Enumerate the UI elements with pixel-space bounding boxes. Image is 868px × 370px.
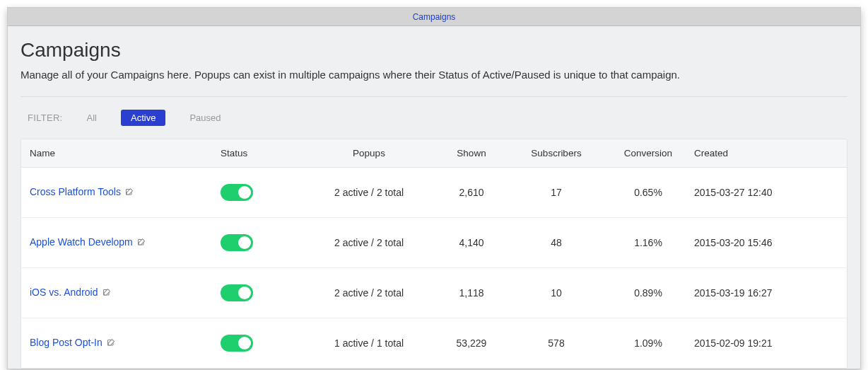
status-toggle[interactable] xyxy=(221,184,253,201)
table-body: Cross Platform Tools2 active / 2 total2,… xyxy=(21,168,847,368)
table-row: Blog Post Opt-In1 active / 1 total53,229… xyxy=(21,318,847,368)
tab-bar: Campaigns xyxy=(8,8,860,26)
col-conversion: Conversion xyxy=(602,148,694,158)
tab-campaigns[interactable]: Campaigns xyxy=(413,12,456,22)
cell-name: iOS vs. Android xyxy=(30,287,221,299)
cell-shown: 2,610 xyxy=(433,187,510,198)
cell-subscribers: 17 xyxy=(510,187,602,198)
cell-popups: 2 active / 2 total xyxy=(305,187,433,198)
cell-actions: - xyxy=(835,232,848,253)
cell-status xyxy=(221,284,305,301)
cell-shown: 4,140 xyxy=(433,237,510,248)
col-name: Name xyxy=(30,148,221,158)
table-header: Name Status Popups Shown Subscribers Con… xyxy=(21,139,847,168)
campaign-link[interactable]: Blog Post Opt-In xyxy=(30,337,102,348)
cell-actions: - xyxy=(835,282,848,303)
cell-actions: - xyxy=(835,182,848,203)
edit-icon[interactable] xyxy=(102,288,111,299)
table-row: Apple Watch Developm2 active / 2 total4,… xyxy=(21,218,847,268)
cell-status xyxy=(221,184,305,201)
cell-created: 2015-03-27 12:40 xyxy=(694,187,835,198)
status-toggle[interactable] xyxy=(221,234,253,251)
cell-created: 2015-03-19 16:27 xyxy=(694,287,835,299)
status-toggle[interactable] xyxy=(221,284,253,301)
cell-popups: 2 active / 2 total xyxy=(305,287,433,299)
cell-actions: - xyxy=(835,333,848,354)
cell-conversion: 0.89% xyxy=(602,287,694,299)
cell-name: Blog Post Opt-In xyxy=(30,337,221,349)
campaign-link[interactable]: Apple Watch Developm xyxy=(30,236,133,248)
cell-conversion: 0.65% xyxy=(602,187,694,198)
filter-label: FILTER: xyxy=(28,112,63,123)
cell-popups: 2 active / 2 total xyxy=(305,237,433,248)
cell-subscribers: 48 xyxy=(510,237,602,248)
cell-status xyxy=(221,234,305,251)
cell-created: 2015-03-20 15:46 xyxy=(694,237,835,248)
cell-shown: 1,118 xyxy=(433,287,510,299)
edit-icon[interactable] xyxy=(107,338,115,349)
col-popups: Popups xyxy=(305,148,433,158)
filter-active[interactable]: Active xyxy=(121,110,165,126)
filter-paused[interactable]: Paused xyxy=(180,110,230,126)
cell-status xyxy=(221,335,305,352)
app-window: Campaigns Campaigns Manage all of your C… xyxy=(7,7,861,369)
campaign-link[interactable]: iOS vs. Android xyxy=(30,287,98,298)
cell-subscribers: 578 xyxy=(510,337,602,349)
status-toggle[interactable] xyxy=(221,335,253,352)
cell-subscribers: 10 xyxy=(510,287,602,299)
col-subscribers: Subscribers xyxy=(510,148,602,158)
table-row: iOS vs. Android2 active / 2 total1,11810… xyxy=(21,268,847,318)
cell-created: 2015-02-09 19:21 xyxy=(694,337,835,349)
campaigns-table: Name Status Popups Shown Subscribers Con… xyxy=(20,139,848,369)
divider xyxy=(20,96,848,97)
page-title: Campaigns xyxy=(20,39,848,62)
cell-shown: 53,229 xyxy=(433,337,510,349)
cell-conversion: 1.16% xyxy=(602,237,694,248)
filter-all[interactable]: All xyxy=(77,110,107,126)
col-shown: Shown xyxy=(433,148,510,158)
cell-name: Cross Platform Tools xyxy=(30,186,221,198)
edit-icon[interactable] xyxy=(125,187,134,199)
cell-popups: 1 active / 1 total xyxy=(305,337,433,349)
table-row: Cross Platform Tools2 active / 2 total2,… xyxy=(21,168,847,218)
col-created: Created xyxy=(694,148,835,158)
edit-icon[interactable] xyxy=(137,238,146,249)
cell-conversion: 1.09% xyxy=(602,337,694,349)
campaign-link[interactable]: Cross Platform Tools xyxy=(30,186,121,197)
col-status: Status xyxy=(221,148,305,158)
filter-bar: FILTER: All Active Paused xyxy=(20,107,848,139)
cell-name: Apple Watch Developm xyxy=(30,236,221,248)
main-content: Campaigns Manage all of your Campaigns h… xyxy=(8,26,860,369)
page-subtitle: Manage all of your Campaigns here. Popup… xyxy=(20,69,848,81)
